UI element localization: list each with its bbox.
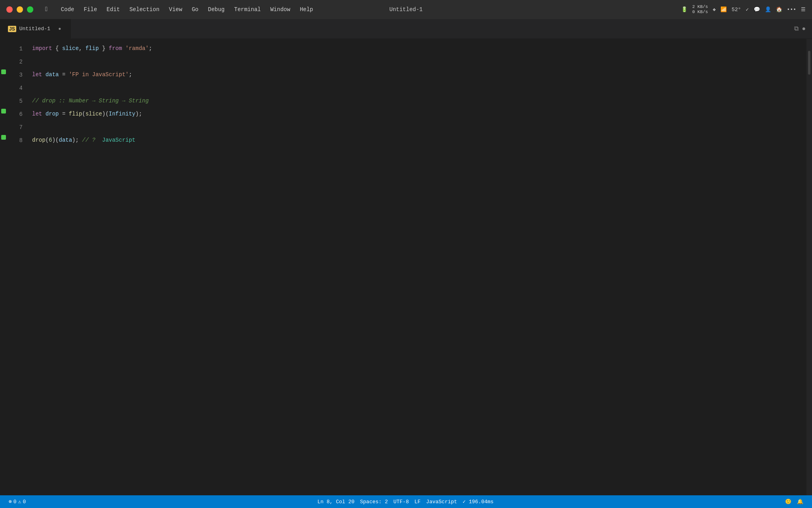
comment-line5: // drop :: Number → String → String <box>32 94 149 108</box>
menu-window[interactable]: Window <box>266 5 294 14</box>
var-drop: drop <box>46 108 59 121</box>
line-num-2: 2 <box>7 55 23 68</box>
string-ramda: 'ramda' <box>125 42 149 55</box>
battery-icon: 🔋 <box>681 6 688 13</box>
status-bar-center: Ln 8, Col 20 Spaces: 2 UTF-8 LF JavaScri… <box>28 495 783 508</box>
bp-row-2 <box>0 52 7 65</box>
warning-num: 0 <box>23 499 26 505</box>
split-editor-button[interactable]: ⧉ <box>794 25 799 33</box>
fn-flip: flip <box>69 108 82 121</box>
line-num-4: 4 <box>7 81 23 94</box>
close-button[interactable] <box>6 6 13 13</box>
import-flip: flip <box>85 42 99 55</box>
feedback-icon: 🙂 <box>785 498 791 505</box>
code-editor[interactable]: import { slice , flip } from 'ramda' ; l… <box>29 39 806 495</box>
editor-scrollbar[interactable] <box>806 39 812 495</box>
person-icon: 👤 <box>765 6 771 13</box>
brace-open: { <box>56 42 62 55</box>
breakpoint-6[interactable] <box>1 109 6 114</box>
bp-row-6 <box>0 104 7 117</box>
scrollbar-thumb[interactable] <box>808 51 810 75</box>
fn-drop-call: drop <box>32 134 46 147</box>
breakpoint-3[interactable] <box>1 69 6 74</box>
status-bar-left: ⊗ 0 ⚠ 0 <box>6 495 28 508</box>
menu-selection[interactable]: Selection <box>125 5 163 14</box>
minimize-button[interactable] <box>17 6 23 13</box>
var-data: data <box>46 68 59 81</box>
tab-close-button[interactable]: ● <box>57 26 63 32</box>
language-text: JavaScript <box>426 499 457 505</box>
line-ending[interactable]: LF <box>412 495 423 508</box>
line-numbers: 1 2 3 4 5 6 7 8 <box>7 39 29 495</box>
status-bar-right: 🙂 🔔 <box>783 495 806 508</box>
tab-bar: JS Untitled-1 ● ⧉ ● <box>0 19 812 39</box>
cursor-position[interactable]: Ln 8, Col 20 <box>315 495 357 508</box>
menu-view[interactable]: View <box>165 5 186 14</box>
menu-terminal[interactable]: Terminal <box>230 5 265 14</box>
temperature: 52° <box>732 7 741 13</box>
breakpoint-gutter <box>0 39 7 495</box>
notifications-icon: 🔔 <box>797 498 803 505</box>
bp-row-8 <box>0 131 7 144</box>
line-num-1: 1 <box>7 42 23 55</box>
code-line-5: // drop :: Number → String → String <box>32 94 806 108</box>
checkmark-icon: ✓ <box>746 6 749 13</box>
wifi-icon: 📶 <box>720 6 727 13</box>
tab-bar-actions: ⧉ ● <box>794 25 812 33</box>
menu-edit[interactable]: Edit <box>103 5 124 14</box>
more-icon: ••• <box>787 7 796 13</box>
code-line-4 <box>32 81 806 94</box>
smiley-icon[interactable]: 🙂 <box>783 495 794 508</box>
keyword-let-2: let <box>32 108 42 121</box>
menu-help[interactable]: Help <box>296 5 317 14</box>
encoding[interactable]: UTF-8 <box>391 495 411 508</box>
status-bar: ⊗ 0 ⚠ 0 Ln 8, Col 20 Spaces: 2 UTF-8 LF … <box>0 495 812 508</box>
menu-file[interactable]: File <box>80 5 101 14</box>
error-num: 0 <box>13 499 17 505</box>
var-data-ref: data <box>59 134 72 147</box>
breakpoint-8[interactable] <box>1 135 6 140</box>
network-speed: 2 KB/s0 KB/s <box>692 4 708 15</box>
encoding-text: UTF-8 <box>393 499 409 505</box>
spaces-text: Spaces: 2 <box>360 499 388 505</box>
more-actions-button[interactable]: ● <box>802 25 806 33</box>
bp-row-5 <box>0 91 7 104</box>
code-line-7 <box>32 121 806 134</box>
maximize-button[interactable] <box>27 6 33 13</box>
chat-icon: 💬 <box>754 6 760 13</box>
line-num-8: 8 <box>7 134 23 147</box>
code-line-8: drop ( 6 )( data ); // ? JavaScript <box>32 134 806 147</box>
bp-row-3 <box>0 65 7 78</box>
code-line-2 <box>32 55 806 68</box>
menu-go[interactable]: Go <box>188 5 203 14</box>
line-ending-text: LF <box>414 499 421 505</box>
window-title: Untitled-1 <box>389 6 423 13</box>
finder-icon: 🏠 <box>776 6 782 13</box>
string-fp-in-js: 'FP in JavaScript' <box>69 68 128 81</box>
menu-debug[interactable]: Debug <box>204 5 228 14</box>
bp-row-1 <box>0 39 7 52</box>
warning-icon: ⚠ <box>18 498 21 505</box>
line-num-5: 5 <box>7 94 23 108</box>
keyword-import: import <box>32 42 52 55</box>
language-mode[interactable]: JavaScript <box>424 495 460 508</box>
code-line-1: import { slice , flip } from 'ramda' ; <box>32 42 806 55</box>
traffic-lights <box>6 6 33 13</box>
line-num-6: 6 <box>7 108 23 121</box>
line-num-7: 7 <box>7 121 23 134</box>
timing-text: ✓ 196.04ms <box>463 498 494 505</box>
indentation[interactable]: Spaces: 2 <box>358 495 390 508</box>
active-tab[interactable]: JS Untitled-1 ● <box>0 19 71 39</box>
bell-icon[interactable]: 🔔 <box>795 495 806 508</box>
apple-menu[interactable]:  <box>41 4 53 15</box>
dropbox-icon: ❖ <box>713 6 716 13</box>
code-line-3: let data = 'FP in JavaScript' ; <box>32 68 806 81</box>
tab-label: Untitled-1 <box>19 26 50 32</box>
menu-bar:  Code File Edit Selection View Go Debug… <box>41 4 681 15</box>
error-count[interactable]: ⊗ 0 ⚠ 0 <box>6 495 28 508</box>
list-icon: ☰ <box>801 6 806 13</box>
bp-row-7 <box>0 117 7 131</box>
result-javascript: JavaScript <box>102 134 135 147</box>
menu-code[interactable]: Code <box>57 5 79 14</box>
title-bar-right: 🔋 2 KB/s0 KB/s ❖ 📶 52° ✓ 💬 👤 🏠 ••• ☰ <box>681 4 806 15</box>
